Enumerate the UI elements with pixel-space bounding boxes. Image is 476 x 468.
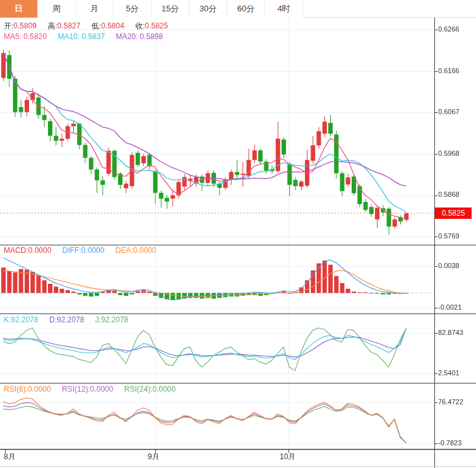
main-ytick: 0.6067 <box>438 108 460 115</box>
tab-day[interactable]: 日 <box>0 0 38 18</box>
main-ytick: 0.5968 <box>438 149 460 157</box>
kdj-legend: K:92.2078 D:92.2078 J:92.2078 <box>4 315 138 324</box>
high-value: 高:0.5827 <box>47 21 80 30</box>
rsi-legend: RSI(6):0.0000 RSI(12):0.0000 RSI(24):0.0… <box>4 385 184 394</box>
ohlc-legend: 开:0.5809 高:0.5827 低:0.5804 收:0.5825 <box>4 21 177 32</box>
main-ytick: 0.5769 <box>438 232 460 240</box>
macd-ytick: 0.0038 <box>438 262 460 269</box>
macd-legend: MACD:0.0000 DIFF:0.0000 DEA:0.0000 <box>4 246 165 255</box>
main-ytick: 0.6166 <box>438 67 460 74</box>
chart-canvas[interactable] <box>0 18 476 468</box>
low-value: 低:0.5804 <box>92 21 124 30</box>
close-value: 收:0.5825 <box>135 21 168 30</box>
diff-value: DIFF:0.0000 <box>62 246 105 255</box>
rsi24-value: RSI(24):0.0000 <box>124 385 176 394</box>
xtick-oct: 10月 <box>280 452 295 462</box>
ma5-value: MA5: 0.5820 <box>4 32 47 41</box>
trading-chart-app: 日 周 月 5分 15分 30分 60分 4时 开:0.5809 高:0.582… <box>0 0 476 468</box>
main-ytick: 0.6266 <box>438 25 460 33</box>
rsi-ytick: 76.4722 <box>438 398 463 406</box>
macd-ytick: -0.0021 <box>438 303 461 311</box>
ma20-value: MA20: 0.5898 <box>116 32 163 41</box>
tab-4hour[interactable]: 4时 <box>265 0 303 18</box>
dea-value: DEA:0.0000 <box>116 246 157 255</box>
tab-30min[interactable]: 30分 <box>189 0 227 18</box>
rsi6-value: RSI(6):0.0000 <box>4 385 51 394</box>
xtick-aug: 8月 <box>4 452 16 462</box>
tab-60min[interactable]: 60分 <box>227 0 265 18</box>
k-value: K:92.2078 <box>4 315 39 324</box>
kdj-ytick: 82.8743 <box>438 329 463 336</box>
j-value: J:92.2078 <box>95 315 129 324</box>
tab-week[interactable]: 周 <box>38 0 76 18</box>
ma10-value: MA10: 0.5837 <box>57 32 105 41</box>
rsi12-value: RSI(12):0.0000 <box>62 385 113 394</box>
macd-value: MACD:0.0000 <box>4 246 51 255</box>
tab-15min[interactable]: 15分 <box>152 0 189 18</box>
xtick-sep: 9月 <box>148 452 160 462</box>
current-price-tag: 0.5825 <box>435 208 472 219</box>
tab-month[interactable]: 月 <box>76 0 114 18</box>
open-value: 开:0.5809 <box>4 21 37 30</box>
d-value: D:92.2078 <box>49 315 84 324</box>
tab-5min[interactable]: 5分 <box>114 0 152 18</box>
period-tab-bar: 日 周 月 5分 15分 30分 60分 4时 <box>0 0 476 18</box>
ma-legend: MA5: 0.5820 MA10: 0.5837 MA20: 0.5898 <box>4 32 172 41</box>
kdj-ytick: 2.5401 <box>438 369 460 377</box>
rsi-ytick: -0.7823 <box>438 439 461 447</box>
main-ytick: 0.5868 <box>438 190 460 198</box>
